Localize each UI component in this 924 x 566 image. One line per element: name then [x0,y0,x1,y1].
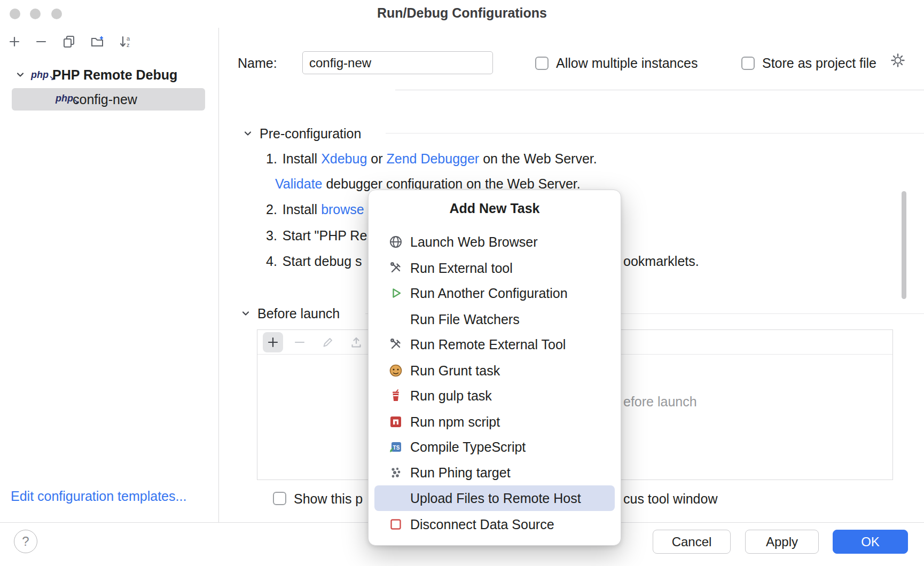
svg-text:z: z [127,42,130,48]
before-launch-title: Before launch [257,305,340,321]
menu-item-upload-files-to-remote-host[interactable]: Upload Files to Remote Host [374,485,615,511]
run-debug-configurations-dialog: Run/Debug Configurations a z [0,0,924,566]
copy-configuration-button[interactable] [61,34,76,49]
svg-text:TS: TS [393,445,400,451]
zend-debugger-link[interactable]: Zend Debugger [386,151,479,166]
before-launch-collapse-chevron-icon[interactable] [238,306,253,321]
apply-button[interactable]: Apply [745,530,819,554]
separator [386,133,924,133]
allow-multiple-instances-label: Allow multiple instances [556,55,698,71]
run-icon [388,286,403,301]
menu-item-run-external-tool[interactable]: Run External tool [374,255,615,281]
menu-item-compile-typescript[interactable]: TS Compile TypeScript [374,434,615,460]
browser-extension-link[interactable]: browse [321,202,364,217]
tools-icon [388,261,403,276]
sort-configurations-button[interactable]: a z [118,34,133,49]
pre-step-3: 3.Start "PHP Re [266,227,367,243]
show-this-page-label: Show this p [294,491,363,507]
help-button[interactable]: ? [14,530,37,553]
store-as-project-file-checkbox[interactable] [741,57,755,70]
remove-configuration-button[interactable] [34,34,49,49]
edit-task-pencil-icon[interactable] [320,335,335,350]
allow-multiple-instances-checkbox[interactable] [535,57,549,70]
pre-step-2: 2.Install browse [266,201,364,217]
menu-item-run-phing-target[interactable]: Run Phing target [374,460,615,485]
php-remote-debug-icon: php [31,70,54,80]
gear-icon[interactable] [890,52,906,68]
validate-link[interactable]: Validate [275,176,323,191]
no-icon [388,312,403,327]
pre-configuration-collapse-chevron-icon[interactable] [240,126,255,141]
window-title: Run/Debug Configurations [0,5,924,21]
phing-icon [388,465,403,480]
tree-group-label: PHP Remote Debug [52,67,177,83]
datasource-icon [388,517,403,532]
add-task-button[interactable] [263,332,283,352]
menu-item-run-npm-script[interactable]: Run npm script [374,409,615,435]
new-folder-button[interactable] [90,34,105,49]
menu-item-launch-web-browser[interactable]: Launch Web Browser [374,229,615,255]
pre-step-4: 4.Start debug s [266,253,362,269]
globe-icon [388,234,403,249]
store-as-project-file-label: Store as project file [762,55,876,71]
typescript-icon: TS [388,439,403,454]
npm-icon [388,414,403,429]
edit-configuration-templates-link[interactable]: Edit configuration templates... [11,488,186,504]
menu-item-run-file-watchers[interactable]: Run File Watchers [374,306,615,332]
cancel-button[interactable]: Cancel [653,530,731,554]
name-input[interactable] [302,51,493,74]
tree-item-label: config-new [73,91,137,107]
pre-configuration-title: Pre-configuration [260,125,361,142]
ok-button[interactable]: OK [833,530,908,554]
move-up-button[interactable] [349,335,364,350]
tree-group-php-remote-debug[interactable]: php PHP Remote Debug [0,64,219,85]
tree-item-config-new[interactable]: php config-new [12,88,205,111]
separator [395,90,924,90]
menu-item-run-grunt-task[interactable]: Run Grunt task [374,358,615,383]
no-icon [388,491,403,506]
xdebug-link[interactable]: Xdebug [321,151,367,166]
vertical-scrollbar-thumb[interactable] [902,191,906,299]
add-configuration-button[interactable] [7,34,22,49]
menu-item-run-remote-external-tool[interactable]: Run Remote External Tool [374,332,615,357]
menu-item-run-another-configuration[interactable]: Run Another Configuration [374,280,615,306]
name-label: Name: [238,55,277,71]
add-new-task-popup: Add New Task Launch Web Browser Run Exte… [368,190,621,546]
tools-icon [388,337,403,352]
gulp-icon [388,388,403,403]
configurations-sidebar: a z php PHP Remote Debug php config-new … [0,28,219,522]
menu-item-disconnect-data-source[interactable]: Disconnect Data Source [374,512,615,537]
svg-text:a: a [127,35,130,42]
grunt-icon [388,363,403,378]
chevron-down-icon[interactable] [13,67,28,82]
remove-task-button[interactable] [292,335,307,350]
pre-step-4-right-fragment: ookmarklets. [623,253,699,269]
pre-step-1: 1.Install Xdebug or Zend Debugger on the… [266,151,597,167]
show-this-page-checkbox[interactable] [273,492,286,505]
popup-title: Add New Task [369,201,621,216]
menu-item-run-gulp-task[interactable]: Run gulp task [374,383,615,408]
empty-task-list-placeholder: efore launch [623,394,697,410]
tool-window-label-fragment: cus tool window [623,491,717,507]
